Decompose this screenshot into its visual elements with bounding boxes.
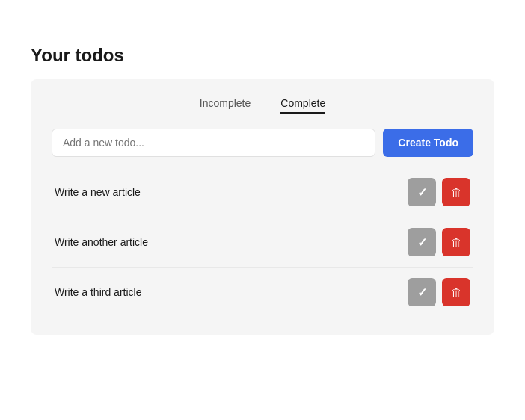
tab-bar: Incomplete Complete	[52, 97, 473, 114]
check-icon: ✓	[417, 235, 427, 250]
check-icon: ✓	[417, 285, 427, 300]
tab-incomplete[interactable]: Incomplete	[200, 97, 251, 114]
complete-button[interactable]: ✓	[408, 178, 436, 206]
add-todo-row: Create Todo	[52, 129, 473, 157]
tab-complete[interactable]: Complete	[280, 97, 325, 114]
delete-button[interactable]: 🗑	[442, 278, 470, 306]
todo-actions: ✓ 🗑	[408, 228, 470, 256]
create-todo-button[interactable]: Create Todo	[383, 129, 473, 157]
complete-button[interactable]: ✓	[408, 278, 436, 306]
todo-list: Write a new article ✓ 🗑 Write another ar…	[52, 167, 473, 317]
delete-button[interactable]: 🗑	[442, 228, 470, 256]
todo-actions: ✓ 🗑	[408, 178, 470, 206]
trash-icon: 🗑	[451, 236, 462, 249]
main-container: Your todos Incomplete Complete Create To…	[31, 45, 494, 335]
todo-actions: ✓ 🗑	[408, 278, 470, 306]
todo-text: Write a third article	[55, 286, 141, 298]
page-title: Your todos	[31, 45, 494, 66]
trash-icon: 🗑	[451, 286, 462, 299]
complete-button[interactable]: ✓	[408, 228, 436, 256]
todo-item: Write another article ✓ 🗑	[52, 217, 473, 268]
todo-text: Write a new article	[55, 186, 141, 198]
trash-icon: 🗑	[451, 186, 462, 199]
todo-text: Write another article	[55, 236, 148, 248]
check-icon: ✓	[417, 185, 427, 200]
todo-card: Incomplete Complete Create Todo Write a …	[31, 79, 494, 335]
delete-button[interactable]: 🗑	[442, 178, 470, 206]
todo-item: Write a new article ✓ 🗑	[52, 167, 473, 217]
todo-item: Write a third article ✓ 🗑	[52, 268, 473, 317]
todo-input[interactable]	[52, 129, 375, 157]
